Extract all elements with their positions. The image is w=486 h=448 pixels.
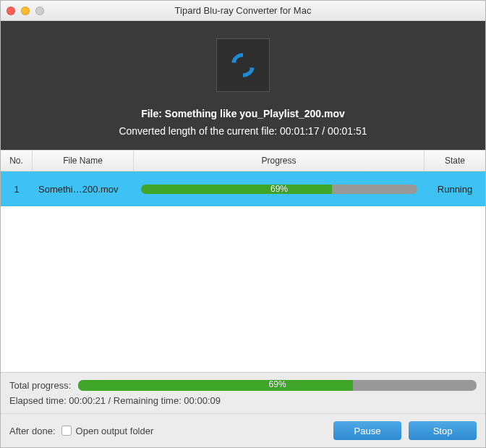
window-controls <box>7 7 44 15</box>
hero-panel: File: Something like you_Playlist_200.mo… <box>1 21 485 150</box>
row-file-name: Somethi…200.mov <box>33 184 134 195</box>
open-output-folder-checkbox[interactable] <box>61 426 72 436</box>
converted-length-label: Converted length of the current file: 00… <box>1 125 485 137</box>
table-header: No. File Name Progress State <box>1 150 485 172</box>
action-row: After done: Open output folder Pause Sto… <box>1 413 485 447</box>
window-title: Tipard Blu-ray Converter for Mac <box>1 5 485 16</box>
row-progress-cell: 69% <box>134 185 425 194</box>
stop-button[interactable]: Stop <box>409 421 477 440</box>
total-progress-bar: 69% <box>78 380 477 391</box>
col-no: No. <box>1 151 33 171</box>
current-file-label: File: Something like you_Playlist_200.mo… <box>1 108 485 119</box>
after-done-label: After done: <box>9 426 56 436</box>
row-no: 1 <box>1 184 33 195</box>
total-progress-percent: 69% <box>78 380 477 389</box>
row-progress-percent: 69% <box>141 185 417 194</box>
total-progress-row: Total progress: 69% <box>1 373 485 395</box>
list-empty-area <box>1 206 485 372</box>
pause-button[interactable]: Pause <box>333 421 401 440</box>
zoom-icon <box>35 7 44 15</box>
time-row: Elapsed time: 00:00:21 / Remaining time:… <box>1 395 485 413</box>
row-state: Running <box>425 184 485 195</box>
close-icon[interactable] <box>7 7 15 15</box>
col-progress: Progress <box>134 151 425 171</box>
col-state: State <box>425 151 485 171</box>
total-progress-label: Total progress: <box>9 380 71 391</box>
row-progress-bar: 69% <box>141 185 417 194</box>
titlebar: Tipard Blu-ray Converter for Mac <box>1 1 485 21</box>
open-output-folder-label: Open output folder <box>76 426 154 436</box>
col-file-name: File Name <box>33 151 134 171</box>
footer: Total progress: 69% Elapsed time: 00:00:… <box>1 372 485 447</box>
refresh-icon <box>227 49 259 81</box>
minimize-icon[interactable] <box>21 7 30 15</box>
convert-icon-tile <box>216 38 270 92</box>
table-row[interactable]: 1 Somethi…200.mov 69% Running <box>1 172 485 206</box>
